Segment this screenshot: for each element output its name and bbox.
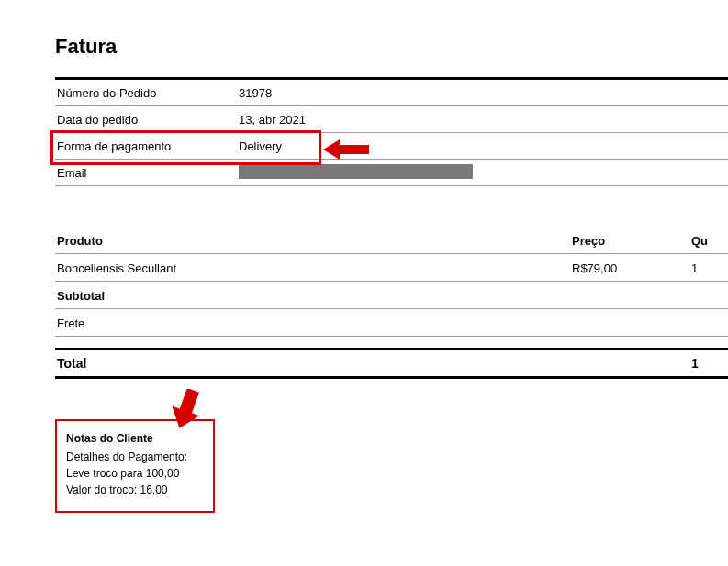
notes-line-1: Detalhes do Pagamento: xyxy=(66,449,204,465)
col-header-qty: Qu xyxy=(691,234,728,248)
frete-row: Frete xyxy=(55,309,728,337)
info-row-payment-method: Forma de pagamento Delivery xyxy=(55,133,728,160)
order-number-label: Número do Pedido xyxy=(55,86,239,100)
page-title: Fatura xyxy=(55,35,728,59)
col-header-product: Produto xyxy=(57,234,572,248)
notes-title: Notas do Cliente xyxy=(66,430,204,447)
invoice-page: Fatura Número do Pedido 31978 Data do pe… xyxy=(0,0,728,513)
product-price: R$79,00 xyxy=(572,261,691,275)
total-row: Total 1 xyxy=(55,348,728,379)
frete-label: Frete xyxy=(57,316,572,330)
info-row-order-number: Número do Pedido 31978 xyxy=(55,80,728,106)
info-row-order-date: Data do pedido 13, abr 2021 xyxy=(55,106,728,133)
payment-method-label: Forma de pagamento xyxy=(55,139,239,153)
total-qty: 1 xyxy=(691,356,728,371)
subtotal-label: Subtotal xyxy=(57,289,572,303)
order-number-value: 31978 xyxy=(239,86,272,100)
total-label: Total xyxy=(57,356,572,371)
email-value-redacted xyxy=(239,164,473,182)
product-table-header: Produto Preço Qu xyxy=(55,227,728,254)
product-row: Boncellensis Secullant R$79,00 1 xyxy=(55,254,728,282)
payment-method-value: Delivery xyxy=(239,139,282,153)
subtotal-row: Subtotal xyxy=(55,282,728,309)
email-label: Email xyxy=(55,166,239,180)
order-date-value: 13, abr 2021 xyxy=(239,113,306,127)
customer-notes-box: Notas do Cliente Detalhes do Pagamento: … xyxy=(55,419,215,513)
order-date-label: Data do pedido xyxy=(55,113,239,127)
notes-line-2: Leve troco para 100,00 xyxy=(66,465,204,482)
product-name: Boncellensis Secullant xyxy=(57,261,572,275)
redacted-block xyxy=(239,164,473,179)
product-qty: 1 xyxy=(691,261,728,275)
info-row-email: Email xyxy=(55,160,728,186)
notes-line-3: Valor do troco: 16,00 xyxy=(66,482,204,498)
col-header-price: Preço xyxy=(572,234,691,248)
